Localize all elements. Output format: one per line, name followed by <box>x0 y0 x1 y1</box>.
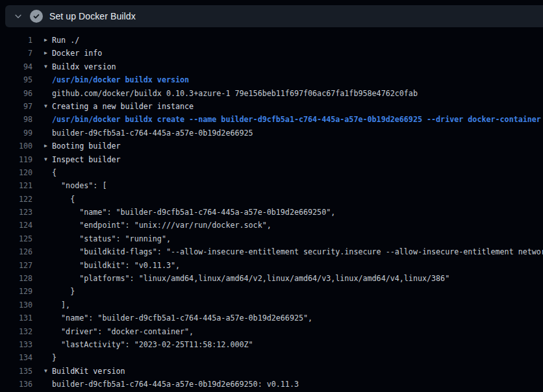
log-text[interactable]: Run ./ <box>52 34 79 47</box>
line-number[interactable]: 127 <box>0 259 32 272</box>
line-number[interactable]: 99 <box>0 127 32 140</box>
no-icon <box>44 378 52 391</box>
no-icon <box>44 179 52 192</box>
line-number[interactable]: 136 <box>0 378 32 391</box>
group-expanded-icon[interactable]: ▼ <box>44 365 52 378</box>
line-number[interactable]: 129 <box>0 285 32 298</box>
line-number[interactable]: 100 <box>0 140 32 153</box>
log-line: 119▼Inspect builder <box>0 153 543 166</box>
chevron-down-icon[interactable] <box>13 11 23 21</box>
no-icon <box>44 232 52 245</box>
no-icon <box>44 272 52 285</box>
group-collapsed-icon[interactable]: ▶ <box>44 47 52 60</box>
log-line: 100▶Booting builder <box>0 140 543 153</box>
no-icon <box>44 245 52 258</box>
log-line: 128 "platforms": "linux/amd64,linux/amd6… <box>0 272 543 285</box>
log-line: 7▶Docker info <box>0 47 543 60</box>
log-text: github.com/docker/buildx 0.10.3+azure-1 … <box>52 87 418 100</box>
line-number[interactable]: 96 <box>0 87 32 100</box>
line-number[interactable]: 132 <box>0 325 32 338</box>
line-number[interactable]: 133 <box>0 338 32 351</box>
no-icon <box>44 166 52 179</box>
log-line: 123 "name": "builder-d9cfb5a1-c764-445a-… <box>0 206 543 219</box>
log-text: "nodes": [ <box>52 179 107 192</box>
log-text[interactable]: BuildKit version <box>52 365 125 378</box>
no-icon <box>44 193 52 206</box>
log-line: 131 "name": "builder-d9cfb5a1-c764-445a-… <box>0 312 543 325</box>
log-text: "buildkitd-flags": "--allow-insecure-ent… <box>52 245 543 258</box>
line-number[interactable]: 98 <box>0 113 32 126</box>
log-line: 133 "lastActivity": "2023-02-25T11:58:12… <box>0 338 543 351</box>
log-text[interactable]: Creating a new builder instance <box>52 100 194 113</box>
line-number[interactable]: 128 <box>0 272 32 285</box>
no-icon <box>44 325 52 338</box>
line-number[interactable]: 125 <box>0 232 32 245</box>
no-icon <box>44 351 52 364</box>
no-icon <box>44 219 52 232</box>
line-number[interactable]: 120 <box>0 166 32 179</box>
log-text: "buildkit": "v0.11.3", <box>52 259 180 272</box>
log-text: builder-d9cfb5a1-c764-445a-a57e-0b19d2e6… <box>52 127 253 140</box>
group-collapsed-icon[interactable]: ▶ <box>44 140 52 153</box>
log-line: 99builder-d9cfb5a1-c764-445a-a57e-0b19d2… <box>0 127 543 140</box>
line-number[interactable]: 121 <box>0 179 32 192</box>
line-number[interactable]: 135 <box>0 365 32 378</box>
line-number[interactable]: 122 <box>0 193 32 206</box>
log-text: } <box>52 285 75 298</box>
log-text: "status": "running", <box>52 232 171 245</box>
log-text: "driver": "docker-container", <box>52 325 194 338</box>
line-number[interactable]: 7 <box>0 47 32 60</box>
line-number[interactable]: 94 <box>0 60 32 73</box>
line-number[interactable]: 95 <box>0 73 32 86</box>
log-output: 1▶Run ./7▶Docker info94▼Buildx version95… <box>0 27 543 392</box>
line-number[interactable]: 130 <box>0 299 32 312</box>
line-number[interactable]: 123 <box>0 206 32 219</box>
log-text: "name": "builder-d9cfb5a1-c764-445a-a57e… <box>52 206 335 219</box>
log-text[interactable]: Booting builder <box>52 140 121 153</box>
log-line: 127 "buildkit": "v0.11.3", <box>0 259 543 272</box>
log-text: { <box>52 193 75 206</box>
group-expanded-icon[interactable]: ▼ <box>44 153 52 166</box>
log-line: 130 ], <box>0 299 543 312</box>
line-number[interactable]: 134 <box>0 351 32 364</box>
log-text: "lastActivity": "2023-02-25T11:58:12.000… <box>52 338 253 351</box>
no-icon <box>44 127 52 140</box>
log-line: 96github.com/docker/buildx 0.10.3+azure-… <box>0 87 543 100</box>
line-number[interactable]: 97 <box>0 100 32 113</box>
line-number[interactable]: 1 <box>0 34 32 47</box>
no-icon <box>44 73 52 86</box>
log-line: 94▼Buildx version <box>0 60 543 73</box>
step-title: Set up Docker Buildx <box>49 11 136 21</box>
log-text: } <box>52 351 57 364</box>
group-expanded-icon[interactable]: ▼ <box>44 60 52 73</box>
no-icon <box>44 312 52 325</box>
log-line: 95/usr/bin/docker buildx version <box>0 73 543 86</box>
group-expanded-icon[interactable]: ▼ <box>44 100 52 113</box>
log-line: 135▼BuildKit version <box>0 365 543 378</box>
step-header[interactable]: Set up Docker Buildx <box>5 5 543 27</box>
line-number[interactable]: 131 <box>0 312 32 325</box>
log-line: 124 "endpoint": "unix:///var/run/docker.… <box>0 219 543 232</box>
no-icon <box>44 87 52 100</box>
log-line: 136builder-d9cfb5a1-c764-445a-a57e-0b19d… <box>0 378 543 391</box>
group-collapsed-icon[interactable]: ▶ <box>44 34 52 47</box>
log-text: ], <box>52 299 70 312</box>
line-number[interactable]: 119 <box>0 153 32 166</box>
log-line: 134} <box>0 351 543 364</box>
log-text: "platforms": "linux/amd64,linux/amd64/v2… <box>52 272 449 285</box>
check-circle-icon <box>30 10 43 23</box>
line-number[interactable]: 124 <box>0 219 32 232</box>
line-number[interactable]: 126 <box>0 245 32 258</box>
no-icon <box>44 206 52 219</box>
log-line: 120{ <box>0 166 543 179</box>
log-text: { <box>52 166 57 179</box>
log-line: 126 "buildkitd-flags": "--allow-insecure… <box>0 245 543 258</box>
no-icon <box>44 259 52 272</box>
log-line: 121 "nodes": [ <box>0 179 543 192</box>
no-icon <box>44 285 52 298</box>
log-text: /usr/bin/docker buildx version <box>52 73 189 86</box>
log-line: 122 { <box>0 193 543 206</box>
log-text[interactable]: Inspect builder <box>52 153 121 166</box>
log-text[interactable]: Buildx version <box>52 60 116 73</box>
log-text[interactable]: Docker info <box>52 47 102 60</box>
